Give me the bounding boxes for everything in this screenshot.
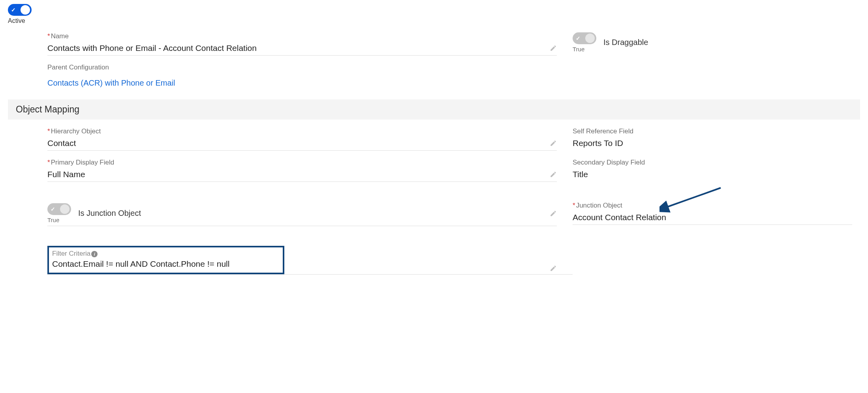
self-reference-label: Self Reference Field xyxy=(573,127,852,135)
hierarchy-object-value: Contact xyxy=(47,138,547,148)
toggle-knob xyxy=(60,204,70,214)
filter-criteria-label: Filter Criteriai xyxy=(52,250,280,258)
is-junction-toggle-field: ✓ True Is Junction Object xyxy=(47,203,547,223)
annotation-arrow-icon xyxy=(659,186,727,213)
required-asterisk: * xyxy=(47,159,50,166)
secondary-display-label: Secondary Display Field xyxy=(573,159,852,167)
pencil-icon[interactable] xyxy=(550,265,557,274)
self-reference-value: Reports To ID xyxy=(573,137,852,150)
check-icon: ✓ xyxy=(51,206,55,212)
pencil-icon[interactable] xyxy=(550,45,557,52)
is-draggable-caption: True xyxy=(573,46,596,52)
junction-object-value: Account Contact Relation xyxy=(573,213,852,222)
is-junction-caption: True xyxy=(47,217,71,223)
pencil-icon[interactable] xyxy=(550,171,557,178)
toggle-knob xyxy=(585,34,595,43)
required-asterisk: * xyxy=(573,202,575,209)
parent-config-link[interactable]: Contacts (ACR) with Phone or Email xyxy=(47,79,175,87)
info-icon[interactable]: i xyxy=(91,251,98,257)
parent-config-label: Parent Configuration xyxy=(47,64,557,71)
object-mapping-section-header: Object Mapping xyxy=(8,99,860,120)
hierarchy-object-label: *Hierarchy Object xyxy=(47,127,557,135)
pencil-icon[interactable] xyxy=(550,140,557,147)
is-draggable-toggle-field: ✓ True Is Draggable xyxy=(573,32,852,52)
pencil-icon[interactable] xyxy=(550,210,557,217)
check-icon: ✓ xyxy=(11,7,16,13)
active-toggle-caption: Active xyxy=(8,17,32,24)
required-asterisk: * xyxy=(47,32,50,40)
filter-criteria-value: Contact.Email != null AND Contact.Phone … xyxy=(52,259,280,269)
required-asterisk: * xyxy=(47,127,50,135)
is-junction-label: Is Junction Object xyxy=(78,209,141,218)
name-label: *Name xyxy=(47,32,557,40)
name-field[interactable]: Contacts with Phone or Email - Account C… xyxy=(47,42,557,56)
is-draggable-toggle[interactable]: ✓ xyxy=(573,32,596,44)
primary-display-label: *Primary Display Field xyxy=(47,159,557,167)
primary-display-value: Full Name xyxy=(47,170,547,179)
check-icon: ✓ xyxy=(576,35,581,41)
is-junction-toggle[interactable]: ✓ xyxy=(47,203,71,215)
svg-line-1 xyxy=(665,188,721,208)
active-toggle[interactable]: ✓ xyxy=(8,4,32,16)
filter-criteria-highlight: Filter Criteriai Contact.Email != null A… xyxy=(47,246,284,274)
secondary-display-value: Title xyxy=(573,168,852,181)
primary-display-field[interactable]: Full Name xyxy=(47,168,557,182)
is-draggable-label: Is Draggable xyxy=(603,38,648,47)
active-toggle-wrap: ✓ Active xyxy=(8,4,32,24)
name-value: Contacts with Phone or Email - Account C… xyxy=(47,43,547,53)
hierarchy-object-field[interactable]: Contact xyxy=(47,137,557,151)
toggle-knob xyxy=(21,5,30,15)
